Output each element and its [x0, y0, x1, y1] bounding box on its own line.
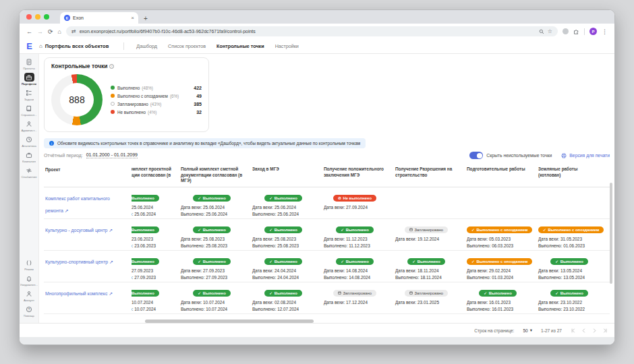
tab-close-icon[interactable]: ×: [131, 15, 134, 21]
status-badge-done: ✓Выполнено: [264, 290, 301, 297]
milestone-dates: Дата вехи: 24.04.2024Выполнено: 24.04.20…: [252, 268, 314, 281]
maximize-window-button[interactable]: [44, 14, 49, 20]
last-page-icon[interactable]: [603, 328, 608, 333]
admin-icon: [24, 119, 34, 128]
sidebar-item-аналитика[interactable]: Аналитика: [21, 135, 36, 148]
status-badge-done: ✓Выполнено: [479, 290, 516, 297]
sidebar-item-справочн[interactable]: Справочн...: [21, 104, 36, 117]
milestone-dates: Дата вехи: 02.08.2024Выполнено: 12.07.20…: [252, 299, 314, 313]
status-badge-late: ✓Выполнено с опозданием: [538, 226, 604, 233]
extensions-puzzle-icon[interactable]: [573, 28, 579, 34]
status-icon: [409, 228, 413, 232]
milestone-cell: ✓ВыполненоДата вехи: 02.08.2024Выполнено…: [248, 282, 319, 313]
sidebar-item-режим[interactable]: Режим: [20, 258, 38, 271]
app-tab[interactable]: Дашборд: [136, 43, 157, 49]
milestone-cell: ЗапланированоДата вехи: 19.12.2024: [391, 219, 462, 250]
milestone-dates: Дата вехи: 23.01.2025: [395, 299, 457, 306]
legend-label: Не выполнено: [117, 110, 146, 115]
sidebar-item-компания[interactable]: Компания: [21, 150, 36, 163]
supply-icon: [24, 166, 34, 175]
status-icon: ✓: [198, 228, 201, 232]
browser-toolbar: ← → ⟳ ⌂ ⇄ exon.exonproject.ru/portfolio/…: [20, 24, 614, 39]
table-horizontal-scrollbar[interactable]: [145, 320, 314, 323]
main-content: Контрольные точки i 888 Выполнено(48%)42…: [39, 54, 614, 323]
app-tab[interactable]: Настройки: [275, 43, 299, 49]
account-icon: [24, 289, 34, 298]
appbar-tabs: ДашбордСписок проектовКонтрольные точкиН…: [136, 43, 299, 49]
address-bar[interactable]: ⇄ exon.exonproject.ru/portfolio/6f9407b0…: [66, 26, 558, 36]
status-badge-done: ✓Выполнено: [550, 258, 587, 265]
portfolio-home-icon[interactable]: ⌂: [39, 43, 42, 49]
legend-dot: [111, 110, 115, 114]
sidebar-item-снабжение[interactable]: Снабжение: [21, 166, 36, 179]
milestone-dates: Дата вехи: 16.01.2023Выполнено: 16.01.20…: [467, 299, 529, 313]
bookmark-star-icon[interactable]: ☆: [548, 28, 552, 34]
svg-text:?: ?: [28, 307, 30, 311]
status-icon: ✓: [198, 291, 201, 295]
first-page-icon[interactable]: [571, 328, 575, 333]
sidebar-item-задачи[interactable]: Задачи: [21, 88, 36, 101]
site-settings-icon[interactable]: ⇄: [71, 28, 76, 34]
project-link[interactable]: Комплекс работ капитального ремонта ↗: [45, 196, 110, 213]
info-icon[interactable]: i: [109, 64, 114, 69]
milestone-cell: [534, 187, 605, 218]
app-tab[interactable]: Контрольные точки: [217, 43, 264, 49]
project-link[interactable]: Культурно-спортивный центр ↗: [45, 260, 113, 264]
portfolio-icon: [24, 73, 34, 82]
milestone-dates: Дата вехи: 17.12.2024: [324, 299, 386, 306]
card-title: Контрольные точки: [51, 63, 107, 69]
prev-page-icon[interactable]: [581, 328, 586, 333]
milestone-dates: Дата вехи: 10.07.2024Выполнено: 10.07.20…: [132, 299, 171, 313]
analytics-icon: [24, 135, 34, 144]
app-bar: E ⌂ Портфель всех объектов ДашбордСписок…: [20, 39, 614, 54]
next-page-icon[interactable]: [592, 328, 597, 333]
search-icon[interactable]: [539, 29, 544, 34]
sidebar-item-помощь[interactable]: ?Помощь: [20, 305, 38, 317]
app-tab[interactable]: Список проектов: [168, 43, 206, 49]
sidebar: ПроектыПортфелиЗадачиСправочн...Админист…: [20, 54, 39, 323]
project-link[interactable]: Культурно - досуговый центр ↗: [45, 228, 113, 233]
sidebar-item-админист[interactable]: Админист...: [21, 119, 36, 132]
table-footer: Строк на странице: 50 ▾ 1-27 из 27: [20, 323, 614, 337]
milestone-dates: Дата вехи: 25.06.2024Выполнено: 25.06.20…: [252, 204, 314, 218]
sidebar-item-label: Режим: [24, 268, 34, 271]
hide-unused-toggle[interactable]: [469, 152, 483, 159]
sidebar-item-аккаунт[interactable]: Аккаунт: [20, 289, 38, 302]
menu-icon[interactable]: ⋮: [602, 28, 608, 35]
back-icon[interactable]: ←: [26, 28, 32, 35]
status-badge-failed: ⊘Не выполнено: [333, 195, 376, 202]
milestone-cell: ✓ВыполненоДата вехи: 23.06.2023Выполнено…: [132, 219, 176, 250]
period-label: Отчётный период:: [44, 153, 83, 158]
banner-text: Обновите видимость контрольных точек в с…: [57, 141, 360, 146]
milestone-dates: Дата вехи: 27.09.2023Выполнено: 27.09.20…: [181, 268, 243, 281]
forward-icon[interactable]: →: [37, 28, 43, 35]
milestone-cell: ✓ВыполненоДата вехи: 27.09.2023Выполнено…: [132, 251, 176, 282]
column-header: Заход в МГЭ: [248, 164, 319, 187]
new-tab-button[interactable]: +: [144, 15, 148, 24]
profile-avatar[interactable]: P: [589, 28, 597, 35]
close-window-button[interactable]: [26, 14, 32, 20]
sidebar-item-уведомлен[interactable]: Уведомлен...: [20, 274, 38, 286]
project-link[interactable]: Многопрофильный комплекс ↗: [45, 291, 113, 296]
table-vertical-scrollbar[interactable]: [610, 183, 612, 284]
reload-icon[interactable]: ⟳: [48, 28, 53, 35]
print-version-link[interactable]: Версия для печати: [561, 153, 610, 158]
status-icon: ✓: [198, 196, 201, 200]
milestone-dates: Дата вехи: 18.11.2024Выполнено: 18.11.20…: [395, 268, 457, 281]
portfolio-title[interactable]: Портфель всех объектов: [45, 43, 109, 49]
browser-tab[interactable]: E Exon ×: [60, 12, 138, 24]
table-row: Многопрофильный комплекс ↗✓ВыполненоДата…: [44, 282, 610, 314]
minimize-window-button[interactable]: [35, 14, 40, 20]
milestone-dates: Дата вехи: 31.05.2023Выполнено: 01.06.20…: [538, 236, 600, 249]
sidebar-item-проекты[interactable]: Проекты: [21, 57, 36, 70]
status-icon: ✓: [269, 291, 272, 295]
exon-logo[interactable]: E: [20, 41, 39, 51]
extension-icon[interactable]: [563, 28, 569, 34]
home-icon[interactable]: ⌂: [58, 28, 61, 35]
period-value[interactable]: 01.01.2000 - 01.01.2099: [86, 152, 138, 158]
status-icon: ✓: [269, 196, 272, 200]
print-version-label: Версия для печати: [569, 153, 610, 158]
rows-per-page-select[interactable]: 50 ▾: [523, 328, 532, 333]
sidebar-item-портфели[interactable]: Портфели: [21, 73, 36, 86]
chevron-down-icon: ▾: [530, 328, 532, 333]
